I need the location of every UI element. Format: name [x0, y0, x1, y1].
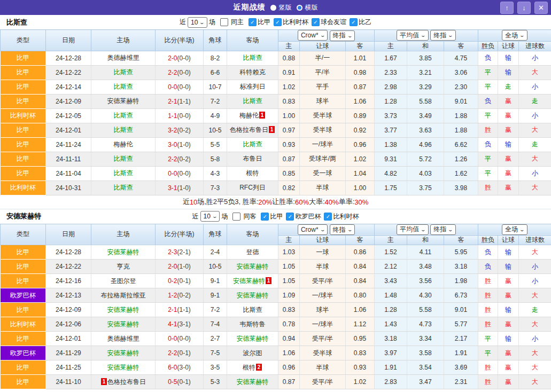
halftime-score: (1-0) — [177, 184, 191, 192]
match-count-select[interactable]: 10⌄ — [188, 17, 207, 28]
bookmaker-select[interactable]: Crow*⌄ — [298, 30, 328, 41]
average-odds-cell: 3.56 — [407, 274, 444, 288]
corner-cell: 10-5 — [204, 123, 227, 137]
scroll-up-button[interactable]: ↑ — [500, 2, 514, 14]
handicap-odds-cell: 一/球半 — [300, 137, 346, 152]
same-away-checkbox[interactable] — [232, 213, 240, 221]
average-odds-cell: 2.98 — [375, 80, 407, 94]
result-cell: 走 — [498, 80, 519, 94]
league-checkbox[interactable]: ✓ — [249, 18, 257, 26]
average-select[interactable]: 平均值⌄ — [397, 224, 429, 235]
league-checkbox[interactable]: ✓ — [350, 18, 358, 26]
handicap-odds-cell: 1.00 — [346, 181, 375, 195]
average-odds-cell: 1.75 — [375, 181, 407, 195]
average-stage-select[interactable]: 终指⌄ — [430, 224, 456, 235]
layout-option-horizontal[interactable]: 横版 — [297, 3, 318, 12]
average-odds-cell: 1.52 — [375, 245, 407, 260]
handicap-stage-select[interactable]: 终指⌄ — [330, 224, 355, 235]
scroll-down-button[interactable]: ↓ — [517, 2, 531, 14]
league-checkbox[interactable]: ✓ — [274, 18, 282, 26]
layout-option-vertical[interactable]: 竖版 — [270, 3, 292, 12]
handicap-odds-cell: 0.96 — [346, 137, 375, 152]
match-count-select[interactable]: 10⌄ — [200, 211, 220, 222]
league-checkbox[interactable]: ✓ — [286, 213, 294, 221]
handicap-stage-select[interactable]: 终指⌄ — [330, 30, 355, 41]
handicap-odds-cell: 0.82 — [278, 181, 300, 195]
handicap-odds-cell: 半球 — [300, 360, 346, 375]
col-avg-draw: 和 — [407, 236, 444, 245]
fulltime-score: 0-2 — [168, 277, 177, 285]
halftime-score: (1-0) — [177, 141, 191, 148]
chevron-down-icon: ⌄ — [347, 227, 353, 232]
card-badge: 1 — [269, 126, 275, 133]
average-odds-cell: 4.30 — [407, 288, 444, 303]
halftime-score: (0-2) — [177, 127, 191, 134]
col-avg-away: 客 — [444, 41, 478, 51]
handicap-odds-cell: 0.86 — [346, 245, 375, 260]
team-label: 色格拉布鲁日 — [107, 378, 146, 386]
average-odds-cell: 4.82 — [375, 166, 407, 181]
bookmaker-select[interactable]: Crow*⌄ — [298, 224, 328, 235]
halftime-score: (3-1) — [177, 320, 191, 328]
away-team-cell: 梅赫伦1 — [227, 108, 278, 123]
same-home-checkbox[interactable] — [220, 18, 228, 26]
result-cell: 赢 — [498, 166, 519, 181]
results-tbody: 比甲24-12-28奥德赫维里2-0(0-0)8-2比斯查0.88半/一1.01… — [1, 51, 551, 195]
date-cell: 24-12-14 — [46, 80, 91, 94]
team-label: 奥德赫维里 — [107, 335, 139, 342]
horizontal-radio-icon[interactable] — [297, 5, 302, 11]
score-cell: 0-0(0-0) — [156, 166, 204, 181]
halftime-score: (0-0) — [177, 170, 191, 177]
result-cell: 负 — [478, 245, 498, 260]
table-row: 比甲24-12-22亨克2-0(1-0)10-5安德莱赫特1.05半球0.842… — [1, 260, 551, 274]
average-odds-cell: 1.26 — [444, 152, 478, 166]
fulltime-score: 0-0 — [168, 335, 177, 342]
result-cell: 小 — [519, 51, 551, 65]
close-button[interactable]: ✕ — [534, 2, 548, 14]
scope-select[interactable]: 全场⌄ — [502, 30, 527, 41]
fulltime-score: 2-0 — [168, 54, 177, 62]
away-team-cell: 根特 — [227, 166, 278, 181]
average-odds-cell: 6.62 — [444, 137, 478, 152]
team-label: 安德莱赫特 — [107, 364, 139, 371]
same-away-label: 同客 — [243, 212, 256, 221]
league-checkbox[interactable]: ✓ — [312, 18, 320, 26]
average-odds-cell: 3.21 — [407, 65, 444, 80]
matches-label: 场 — [221, 212, 228, 221]
fulltime-score: 2-2 — [168, 155, 177, 163]
league-type-cell: 欧罗巴杯 — [1, 288, 46, 303]
handicap-odds-cell: 平手 — [300, 80, 346, 94]
corner-cell: 7-2 — [204, 94, 227, 108]
score-cell: 2-1(1-1) — [156, 303, 204, 317]
league-checkbox[interactable]: ✓ — [324, 213, 332, 221]
result-cell: 胜 — [478, 375, 498, 389]
result-cell: 赢 — [498, 360, 519, 375]
team-label: 比斯查 — [114, 68, 133, 76]
chevron-down-icon: ⌄ — [519, 227, 525, 232]
halftime-score: (3-0) — [177, 364, 191, 371]
team-label: 韦斯特鲁 — [240, 320, 266, 328]
date-cell: 24-12-13 — [46, 288, 91, 303]
average-odds-cell: 2.30 — [444, 80, 478, 94]
away-team-cell: 波尔图 — [227, 346, 278, 360]
date-cell: 24-12-22 — [46, 260, 91, 274]
filter-bar: 安德莱赫特 近 10⌄ 场 同客 ✓比甲✓欧罗巴杯✓比利时杯 — [0, 209, 551, 224]
league-type-cell: 比甲 — [1, 332, 46, 346]
team-label: 标准列日 — [240, 83, 266, 90]
vertical-radio-icon[interactable] — [270, 5, 276, 11]
result-cell: 小 — [519, 166, 551, 181]
home-team-cell: 安德莱赫特 — [91, 94, 156, 108]
team-label: 安德莱赫特 — [107, 320, 139, 328]
corner-cell: 9-1 — [204, 288, 227, 303]
average-odds-cell: 3.43 — [375, 274, 407, 288]
result-cell: 赢 — [498, 94, 519, 108]
result-cell: 平 — [478, 80, 498, 94]
league-checkbox[interactable]: ✓ — [261, 213, 269, 221]
average-stage-select[interactable]: 终指⌄ — [430, 30, 456, 41]
scope-select[interactable]: 全场⌄ — [502, 224, 527, 235]
team-label: 科特赖克 — [240, 68, 266, 76]
date-cell: 24-11-11 — [46, 152, 91, 166]
average-select[interactable]: 平均值⌄ — [397, 30, 429, 41]
col-avg-away: 客 — [444, 236, 478, 245]
corner-cell: 5-5 — [204, 137, 227, 152]
